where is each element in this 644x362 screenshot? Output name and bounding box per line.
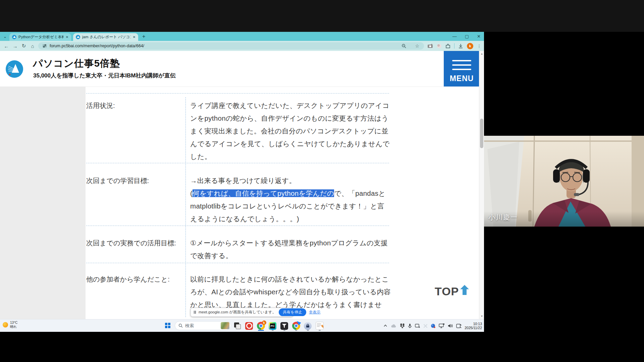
table-column-divider — [185, 97, 186, 317]
lock-icon — [304, 322, 312, 330]
snip-tool-icon[interactable] — [415, 323, 420, 328]
pause-icon[interactable] — [194, 311, 196, 314]
site-logo[interactable] — [5, 60, 23, 78]
windows-taskbar: 13°C 晴れ 検索 k — [0, 319, 484, 332]
chrome-menu-icon[interactable]: ⋮ — [477, 44, 481, 49]
taskbar-search-box[interactable]: 検索 — [175, 321, 231, 330]
taskbar-clock[interactable]: 10:13 2025/11/22 — [465, 322, 482, 330]
tab-python-seminar[interactable]: Pythonデータ分析ゼミ本科生 ポー ✕ — [9, 33, 71, 41]
search-highlight-image[interactable] — [221, 322, 229, 329]
top-black-band — [0, 0, 644, 32]
address-bar[interactable]: forum.pc5bai.com/member/report/python-da… — [38, 42, 424, 50]
red-record-icon — [245, 322, 253, 330]
row-content-practical-goal: ①メールからスタートする処理業務をpythonプログラムの支援で改善する。 — [190, 237, 391, 262]
webcam-feed: 小川慶一 — [484, 136, 644, 227]
running-indicator — [319, 330, 321, 331]
up-arrow-icon — [460, 285, 469, 296]
stop-sharing-button[interactable]: 共有を停止 — [279, 308, 306, 316]
microphone-icon[interactable] — [408, 323, 412, 328]
taskbar-app-funnel[interactable] — [280, 320, 289, 331]
extension-circle-icon[interactable] — [437, 44, 442, 49]
home-icon[interactable]: ⌂ — [28, 43, 37, 49]
tab-close-icon[interactable]: ✕ — [66, 35, 68, 39]
row-separator — [86, 263, 389, 263]
x-app-icon[interactable] — [423, 324, 428, 328]
dropbox-icon[interactable] — [400, 323, 405, 328]
weather-temp: 13°C — [10, 321, 17, 325]
meet-screen-share-bar: meet.google.com が画面を共有しています。 共有を停止 非表示 — [191, 308, 293, 317]
network-monitor-icon[interactable] — [439, 323, 445, 328]
taskbar-weather-widget[interactable]: 13°C 晴れ — [3, 321, 17, 329]
pycharm-icon: PC — [269, 322, 276, 330]
site-title[interactable]: パソコン仕事5倍塾 — [33, 57, 120, 70]
taskbar-app-chrome[interactable]: k — [256, 320, 265, 331]
running-indicator — [272, 330, 274, 331]
ime-language-icon[interactable] — [456, 323, 462, 328]
running-indicator — [307, 330, 309, 331]
maximize-button[interactable]: ▢ — [465, 34, 469, 39]
taskbar-app-pycharm[interactable]: PC — [268, 320, 277, 331]
row-content-usage-status: ライブ講座で教えていただいた、デスクトップアプリのアイコンをpythonの蛇から… — [190, 99, 391, 163]
taskbar-app-windows-stack[interactable] — [233, 320, 242, 331]
search-placeholder: 検索 — [185, 323, 218, 329]
tab-close-icon[interactable]: ✕ — [133, 35, 136, 39]
taskbar-app-google[interactable] — [291, 320, 301, 331]
site-favicon — [12, 35, 16, 39]
extensions-icon[interactable] — [445, 44, 450, 49]
browser-tab-bar: ⌄ Pythonデータ分析ゼミ本科生 ポー ✕ jam さんのレポート パソコン… — [0, 32, 484, 41]
forward-icon[interactable]: → — [11, 43, 19, 49]
tray-chevron-up-icon[interactable] — [383, 323, 388, 328]
menu-label: MENU — [444, 74, 480, 83]
speaker-icon[interactable] — [448, 323, 453, 328]
onedrive-cloud-icon[interactable] — [391, 324, 397, 328]
search-icon — [178, 323, 183, 328]
taskbar-app-notes[interactable] — [315, 320, 324, 331]
web-page: パソコン仕事5倍塾 35,000人を指導した東大卒・元日本IBM社内講師が直伝 … — [0, 51, 484, 319]
minimize-button[interactable]: — — [452, 34, 457, 39]
url-text[interactable]: forum.pc5bai.com/member/report/python-da… — [50, 44, 399, 48]
reload-icon[interactable]: ↻ — [19, 43, 28, 49]
scrollbar-thumb[interactable] — [480, 119, 483, 148]
clock-time: 10:13 — [465, 322, 482, 326]
blue-sphere-icon[interactable] — [431, 323, 436, 328]
scroll-up-icon[interactable]: ▲ — [479, 52, 484, 55]
goal-line1: →出来る事を見つけて繰り返す。 — [190, 177, 296, 184]
close-button[interactable]: ✕ — [477, 34, 481, 39]
profile-avatar[interactable]: k — [467, 43, 473, 49]
scroll-down-icon[interactable]: ▼ — [479, 315, 484, 318]
bookmark-star-icon[interactable]: ☆ — [415, 43, 419, 49]
top-label: TOP — [435, 285, 459, 298]
site-settings-icon[interactable] — [42, 44, 47, 48]
taskbar-apps: k PC — [233, 320, 324, 331]
new-tab-button[interactable]: + — [142, 34, 145, 40]
clock-date: 2025/11/22 — [465, 326, 482, 330]
page-left-margin — [0, 87, 86, 319]
browser-toolbar: ← → ↻ ⌂ forum.pc5bai.com/member/report/p… — [0, 41, 484, 51]
row-label-practical-goal: 次回までの実務での活用目標: — [86, 237, 176, 249]
row-content-learned-from-others: 以前に拝見したときに何の話をされているか解らなかったところが、AIとの会話やwh… — [190, 273, 391, 311]
zoom-icon[interactable] — [401, 44, 406, 48]
tab-title: jam さんのレポート パソコン仕事5倍 — [82, 35, 131, 40]
tab-jam-report[interactable]: jam さんのレポート パソコン仕事5倍 ✕ — [73, 33, 138, 41]
toolbar-separator — [454, 43, 454, 49]
menu-button[interactable]: MENU — [444, 51, 480, 86]
row-label-usage-status: 活用状況: — [86, 99, 115, 112]
back-to-top-button[interactable]: TOP — [435, 285, 469, 298]
start-button[interactable] — [165, 323, 170, 328]
downloads-icon[interactable] — [458, 44, 463, 49]
back-icon[interactable]: ← — [2, 43, 11, 49]
row-label-learned-from-others: 他の参加者から学んだこと: — [86, 273, 170, 286]
participant-name: 小川慶一 — [488, 213, 518, 222]
google-app-icon — [292, 322, 300, 330]
tab-search-chevron-icon[interactable]: ⌄ — [3, 34, 7, 39]
taskbar-app-password-lock[interactable] — [303, 320, 312, 331]
row-separator — [86, 163, 389, 163]
screen-capture-extension-icon[interactable] — [427, 44, 433, 48]
running-indicator — [283, 330, 285, 331]
taskbar-app-red[interactable] — [245, 320, 254, 331]
weather-condition: 晴れ — [10, 325, 17, 329]
profile-k-badge: k — [262, 320, 266, 325]
hide-link[interactable]: 非表示 — [309, 310, 321, 315]
page-scrollbar[interactable]: ▲ ▼ — [479, 51, 484, 319]
site-subtitle: 35,000人を指導した東大卒・元日本IBM社内講師が直伝 — [33, 72, 176, 79]
